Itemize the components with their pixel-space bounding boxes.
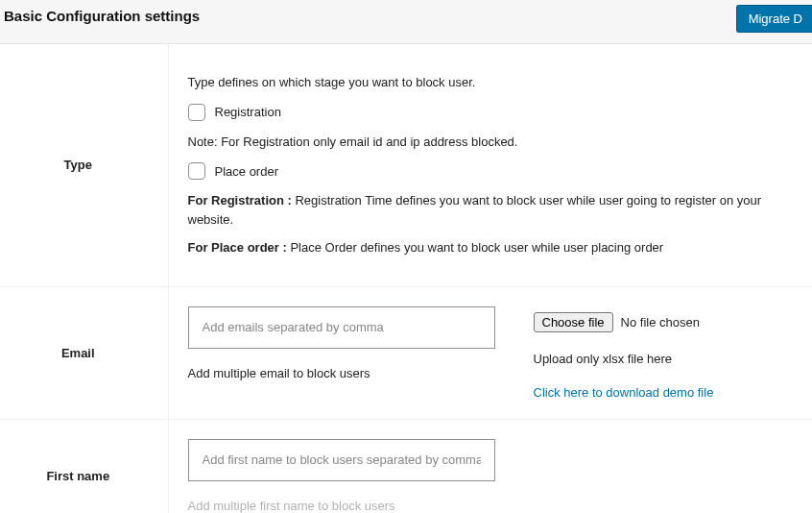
place-order-checkbox[interactable] <box>188 162 205 180</box>
firstname-input[interactable] <box>188 439 495 481</box>
registration-checkbox[interactable] <box>188 104 205 121</box>
type-intro: Type defines on which stage you want to … <box>188 73 803 92</box>
page-title: Basic Configuration settings <box>4 8 200 24</box>
email-input[interactable] <box>188 306 495 349</box>
email-helper: Add multiple email to block users <box>188 366 495 380</box>
place-order-explain: For Place order : Place Order defines yo… <box>188 238 803 257</box>
settings-table: Type Type defines on which stage you wan… <box>0 44 812 513</box>
firstname-helper: Add multiple first name to block users <box>188 499 803 513</box>
place-order-explain-label: For Place order : <box>188 240 291 255</box>
upload-note: Upload only xlsx file here <box>534 352 803 366</box>
download-demo-link[interactable]: Click here to download demo file <box>534 385 714 400</box>
row-label-firstname: First name <box>0 419 168 513</box>
page-header: Basic Configuration settings Migrate D <box>0 0 812 44</box>
place-order-checkbox-label: Place order <box>215 164 278 179</box>
registration-explain-label: For Registration : <box>188 193 296 208</box>
registration-checkbox-label: Registration <box>215 105 281 119</box>
migrate-button[interactable]: Migrate D <box>736 5 812 33</box>
row-label-email: Email <box>0 286 168 419</box>
registration-explain: For Registration : Registration Time def… <box>188 191 803 229</box>
registration-note: Note: For Registration only email id and… <box>188 133 803 152</box>
choose-file-button[interactable]: Choose file <box>534 312 613 332</box>
file-chosen-status: No file chosen <box>621 315 700 330</box>
row-label-type: Type <box>0 44 168 286</box>
place-order-explain-text: Place Order defines you want to block us… <box>290 240 663 255</box>
